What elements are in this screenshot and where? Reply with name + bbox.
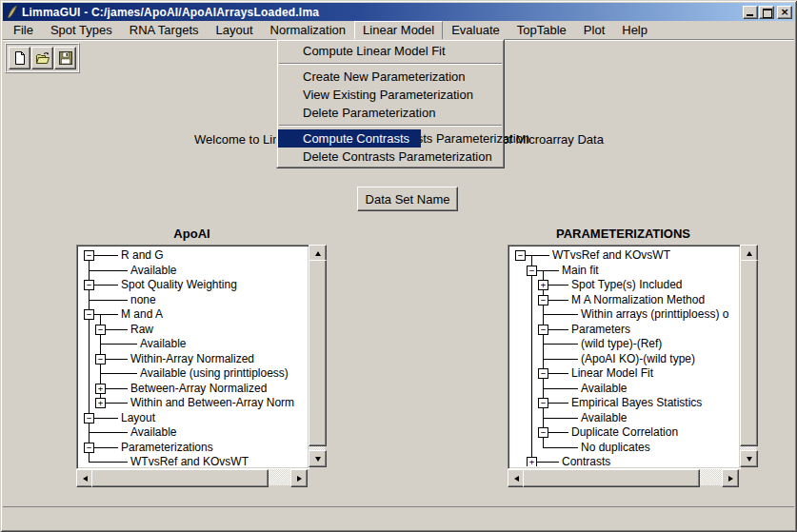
tree-node-wtvsref-and-kovswt[interactable]: WTvsRef and KOvsWT [79, 454, 307, 466]
menu-item-delete-parameterization[interactable]: Delete Parameterization [278, 104, 503, 122]
tree-node-spot-type-s-included[interactable]: +Spot Type(s) Included [510, 277, 738, 292]
scroll-down-button[interactable] [309, 450, 327, 467]
tree-node-none[interactable]: none [79, 292, 307, 307]
feather-icon [6, 5, 19, 19]
expand-icon[interactable]: + [538, 280, 548, 290]
tree-node-duplicate-correlation[interactable]: −Duplicate Correlation [510, 424, 738, 440]
menu-item-compute-contrasts[interactable]: Compute Contrasts [278, 129, 421, 148]
close-button[interactable] [777, 6, 792, 19]
tree-node-label: Parameters [571, 323, 630, 336]
left-arrow-icon [83, 476, 88, 482]
expand-icon[interactable]: + [95, 398, 106, 408]
apoai-vertical-scrollbar[interactable] [309, 245, 325, 467]
tree-connector-line [548, 285, 568, 286]
expand-icon[interactable]: + [95, 384, 106, 394]
collapse-icon[interactable]: − [84, 250, 94, 261]
tree-node-available[interactable]: Available [510, 381, 738, 396]
tree-node-label: Spot Type(s) Included [571, 278, 683, 291]
tree-connector-line [531, 277, 532, 292]
tree-node-label: (wild type)-(Ref) [581, 337, 662, 350]
tree-node-linear-model-fit[interactable]: −Linear Model Fit [510, 365, 738, 381]
menu-item-create-new-parameterization[interactable]: Create New Parameterization [278, 68, 503, 86]
collapse-icon[interactable]: − [538, 325, 548, 335]
open-file-button[interactable] [31, 47, 53, 69]
apoai-horizontal-scrollbar[interactable] [76, 469, 308, 485]
new-file-button[interactable] [9, 47, 30, 69]
collapse-icon[interactable]: − [527, 266, 537, 276]
collapse-icon[interactable]: − [84, 443, 94, 453]
tree-node-no-duplicates[interactable]: No duplicates [510, 440, 738, 455]
data-set-name-button[interactable]: Data Set Name [357, 187, 458, 211]
collapse-icon[interactable]: − [84, 413, 94, 424]
tree-node-main-fit[interactable]: −Main fit [510, 263, 738, 278]
menu-normalization[interactable]: Normalization [262, 21, 354, 40]
scrollbar-thumb[interactable] [523, 469, 700, 487]
parameterizations-vertical-scrollbar[interactable] [740, 245, 756, 467]
collapse-icon[interactable]: − [84, 280, 94, 290]
tree-connector-line [543, 344, 578, 345]
tree-node-layout[interactable]: −Layout [79, 410, 307, 425]
tree-node-apoai-ko-wild-type[interactable]: (ApoAI KO)-(wild type) [510, 351, 738, 366]
tree-node-available-using-printtiploess[interactable]: Available (using printtiploess) [79, 365, 307, 381]
menu-item-view-existing-parameterization[interactable]: View Existing Parameterization [278, 86, 503, 104]
tree-connector-line [89, 462, 128, 463]
tree-node-available[interactable]: Available [79, 263, 307, 278]
collapse-icon[interactable]: − [515, 250, 526, 261]
save-floppy-icon [58, 50, 73, 66]
title-bar[interactable]: LimmaGUI - C:/james/ApoAI/ApoAIArraysLoa… [3, 3, 794, 21]
tree-node-between-array-normalized[interactable]: +Between-Array Normalized [79, 381, 307, 396]
collapse-icon[interactable]: − [538, 427, 548, 438]
scrollbar-thumb[interactable] [309, 260, 327, 446]
tree-node-label: Contrasts [562, 455, 610, 466]
tree-node-label: Available [140, 337, 186, 350]
scroll-right-button[interactable] [722, 469, 739, 487]
tree-node-available[interactable]: Available [510, 410, 738, 425]
minimize-button[interactable] [743, 6, 758, 19]
menu-toptable[interactable]: TopTable [508, 21, 575, 40]
collapse-icon[interactable]: − [538, 368, 548, 379]
parameterizations-horizontal-scrollbar[interactable] [508, 469, 739, 485]
collapse-icon[interactable]: − [538, 295, 548, 305]
menu-rna-targets[interactable]: RNA Targets [121, 21, 208, 40]
menu-item-delete-contrasts-parameterization[interactable]: Delete Contrasts Parameterization [278, 148, 503, 166]
tree-node-contrasts[interactable]: +Contrasts [510, 454, 738, 466]
tree-node-parameters[interactable]: −Parameters [510, 322, 738, 337]
expand-icon[interactable]: + [527, 457, 537, 466]
tree-connector-line [543, 440, 544, 447]
tree-node-m-and-a[interactable]: −M and A [79, 306, 307, 322]
scroll-right-button[interactable] [290, 469, 308, 487]
tree-node-wtvsref-and-kovswt[interactable]: −WTvsRef and KOvsWT [510, 247, 738, 263]
tree-node-wild-type-ref[interactable]: (wild type)-(Ref) [510, 336, 738, 351]
save-file-button[interactable] [54, 47, 76, 69]
tree-node-empirical-bayes-statistics[interactable]: −Empirical Bayes Statistics [510, 395, 738, 410]
scroll-down-button[interactable] [740, 450, 758, 467]
scrollbar-thumb[interactable] [91, 469, 269, 487]
menu-file[interactable]: File [5, 21, 42, 40]
menu-spot-types[interactable]: Spot Types [42, 21, 121, 40]
collapse-icon[interactable]: − [84, 309, 94, 320]
tree-node-available[interactable]: Available [79, 336, 307, 351]
tree-node-raw[interactable]: −Raw [79, 322, 307, 337]
menu-plot[interactable]: Plot [575, 21, 613, 40]
maximize-button[interactable] [759, 6, 774, 19]
collapse-icon[interactable]: − [538, 398, 548, 408]
tree-node-r-and-g[interactable]: −R and G [79, 247, 307, 263]
window-controls [742, 6, 792, 19]
tree-connector-line [543, 388, 578, 389]
menu-help[interactable]: Help [613, 21, 656, 40]
menu-linear-model[interactable]: Linear Model [354, 21, 443, 40]
tree-node-available[interactable]: Available [79, 424, 307, 440]
tree-node-spot-quality-weighting[interactable]: −Spot Quality Weighting [79, 277, 307, 292]
parameterizations-tree: −WTvsRef and KOvsWT−Main fit+Spot Type(s… [508, 245, 741, 469]
tree-node-within-array-normalized[interactable]: −Within-Array Normalized [79, 351, 307, 366]
tree-node-within-arrays-printtiploess-o[interactable]: Within arrays (printtiploess) o [510, 306, 738, 322]
menu-evaluate[interactable]: Evaluate [443, 21, 508, 40]
tree-node-within-and-between-array-norm[interactable]: +Within and Between-Array Norm [79, 395, 307, 410]
menu-layout[interactable]: Layout [208, 21, 262, 40]
collapse-icon[interactable]: − [95, 325, 106, 335]
collapse-icon[interactable]: − [95, 354, 106, 365]
tree-node-parameterizations[interactable]: −Parameterizations [79, 440, 307, 455]
menu-item-compute-linear-model-fit[interactable]: Compute Linear Model Fit [278, 42, 503, 60]
tree-node-m-a-normalization-method[interactable]: −M A Normalization Method [510, 292, 738, 307]
scrollbar-thumb[interactable] [740, 260, 758, 446]
